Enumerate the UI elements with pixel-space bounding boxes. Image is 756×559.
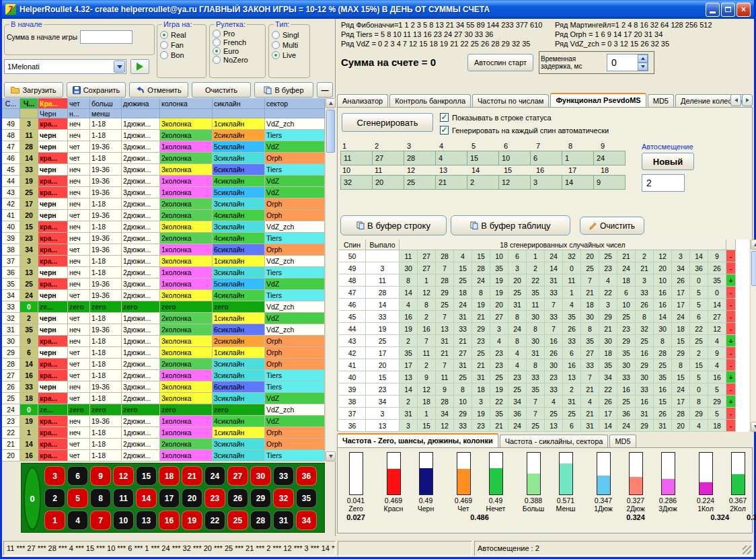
- history-row[interactable]: 373кра...неч1-181дюжи...3колонка1сиклайн…: [2, 256, 325, 267]
- tab-scroll-left-icon[interactable]: [730, 94, 741, 106]
- board-number-13[interactable]: 13: [136, 511, 157, 530]
- history-row[interactable]: 2319кра...неч19-362дюжи...1колонка4сикла…: [2, 416, 325, 427]
- history-row[interactable]: 4533черннеч19-363дюжи...3колонка6сиклайн…: [2, 164, 325, 176]
- title-bar[interactable]: 7 HelperRoullet 4.32- create helperroull…: [2, 0, 754, 19]
- board-number-16[interactable]: 16: [159, 511, 180, 530]
- clear-generated-button[interactable]: Очистить: [580, 217, 644, 235]
- history-row[interactable]: 4217черннеч1-182дюжи...2колонка3сиклайнO…: [2, 198, 325, 210]
- board-number-4[interactable]: 4: [67, 511, 88, 530]
- autoshift-input[interactable]: [642, 174, 685, 192]
- board-number-1[interactable]: 1: [44, 511, 65, 530]
- collapse-button[interactable]: —: [317, 82, 333, 98]
- checkbox-generate-each-spin[interactable]: ✓ Генерировать на каждый спин автоматиче…: [440, 126, 609, 135]
- results-row[interactable]: 4811812825241920223111741831026035+: [339, 274, 749, 287]
- history-row[interactable]: 4614кра...чет1-182дюжи...2колонка3сиклай…: [2, 153, 325, 164]
- results-row[interactable]: 39231412981819253533221221633162405-: [339, 383, 749, 396]
- history-row[interactable]: 2016кра...чет1-182дюжи...1колонка3сиклай…: [2, 450, 325, 461]
- history-row[interactable]: 2114кра...чет1-182дюжи...2колонка3сиклай…: [2, 439, 325, 450]
- history-row[interactable]: 3135черннеч19-363дюжи...2колонка6сиклайн…: [2, 324, 325, 336]
- toolbar-button-copy[interactable]: В буфер: [254, 82, 313, 98]
- scroll-track[interactable]: [751, 250, 756, 422]
- radio-type-singl[interactable]: Singl: [272, 31, 307, 39]
- toolbar-button-[interactable]: Очистить: [192, 82, 251, 98]
- history-row[interactable]: 2716кра...чет1-182дюжи...1колонка3сиклай…: [2, 370, 325, 381]
- tab-md5[interactable]: MD5: [648, 94, 674, 108]
- board-number-31[interactable]: 31: [273, 511, 294, 530]
- history-row[interactable]: 493кра...неч1-181дюжи...3колонка1сиклайн…: [2, 118, 325, 130]
- maximize-button[interactable]: [721, 3, 735, 17]
- tab-scroll-right-icon[interactable]: [742, 94, 753, 106]
- spinner-down-icon[interactable]: [638, 63, 648, 71]
- history-row[interactable]: 4015кра...неч1-182дюжи...3колонка3сиклай…: [2, 221, 325, 233]
- board-number-34[interactable]: 34: [296, 511, 317, 530]
- board-number-15[interactable]: 15: [136, 466, 157, 486]
- board-number-26[interactable]: 26: [227, 488, 248, 508]
- copy-row-button[interactable]: В буфер строку: [340, 215, 447, 235]
- resize-grip[interactable]: [743, 546, 751, 554]
- toolbar-button-disk[interactable]: Сохранить: [67, 82, 126, 98]
- scroll-track[interactable]: [326, 108, 336, 451]
- freq-tab[interactable]: Частота - Zero, шансы, дюжины, колонки: [337, 433, 498, 448]
- start-sum-input[interactable]: [80, 30, 133, 44]
- scroll-up-icon[interactable]: [751, 239, 756, 250]
- board-number-29[interactable]: 29: [250, 488, 271, 508]
- tab-анализатор[interactable]: Анализатор: [337, 94, 388, 108]
- spinner-up-icon[interactable]: [638, 54, 648, 63]
- board-number-9[interactable]: 9: [90, 466, 111, 486]
- history-row[interactable]: 4728чернчет19-363дюжи...1колонка5сиклайн…: [2, 141, 325, 153]
- board-number-18[interactable]: 18: [159, 466, 180, 486]
- radio-roulette-pro[interactable]: Pro: [213, 30, 262, 38]
- new-button[interactable]: Новый: [642, 153, 694, 170]
- results-row[interactable]: 3834218281032234743142625161517829+: [339, 396, 749, 408]
- board-number-19[interactable]: 19: [182, 511, 202, 530]
- toolbar-button-undo[interactable]: Отменить: [129, 82, 188, 98]
- radio-game-bon[interactable]: Bon: [160, 51, 203, 59]
- history-row[interactable]: 3424чернчет19-362дюжи...3колонка4сиклайн…: [2, 290, 325, 301]
- history-row[interactable]: 2518кра...чет1-182дюжи...3колонка3сиклай…: [2, 393, 325, 404]
- scroll-down-icon[interactable]: [751, 422, 756, 432]
- results-row[interactable]: 45331627312127830333530292581424627-: [339, 311, 749, 323]
- history-row[interactable]: 322чернчет1-181дюжи...2колонка1сиклайнVd…: [2, 313, 325, 324]
- board-number-11[interactable]: 11: [113, 488, 134, 508]
- history-row[interactable]: 3834кра...чет19-363дюжи...1колонка6сикла…: [2, 244, 325, 256]
- results-row[interactable]: 4325273121234830163335302925815254+: [339, 335, 749, 347]
- history-row[interactable]: 4120чернчет19-362дюжи...2колонка4сиклайн…: [2, 210, 325, 221]
- scroll-thumb[interactable]: [751, 251, 756, 286]
- tab-функционал-psevdoms[interactable]: Функционал PsevdoMS: [550, 93, 646, 108]
- board-number-0[interactable]: 0: [24, 467, 41, 530]
- results-scrollbar[interactable]: [750, 239, 756, 432]
- board-number-30[interactable]: 30: [250, 466, 271, 486]
- results-row[interactable]: 50112728415106124322025212123149-: [339, 250, 749, 262]
- results-row[interactable]: 4120172731212348301633353029258154-: [339, 359, 749, 371]
- history-row[interactable]: 2814кра...чет1-182дюжи...2колонка3сиклай…: [2, 359, 325, 370]
- board-number-21[interactable]: 21: [182, 466, 202, 486]
- history-row[interactable]: 3525кра...неч19-363дюжи...1колонка5сикла…: [2, 278, 325, 290]
- results-row[interactable]: 3613315123323212425136311424293120418-: [339, 420, 749, 432]
- toolbar-button-folder[interactable]: Загрузить: [4, 82, 63, 98]
- play-button[interactable]: [130, 59, 149, 74]
- generate-button[interactable]: Сгенерировать: [342, 113, 433, 132]
- tab-частоты-по-числам[interactable]: Частоты по числам: [472, 94, 549, 108]
- board-number-5[interactable]: 5: [67, 488, 88, 508]
- copy-table-button[interactable]: В буфер таблицу: [451, 215, 570, 235]
- freq-tab[interactable]: Частота - сиклайны, сектора: [500, 435, 609, 448]
- checkbox-show-status[interactable]: ✓ Показывать в строке статуса: [440, 113, 552, 122]
- history-row[interactable]: 3613черннеч1-182дюжи...1колонка3сиклайнT…: [2, 267, 325, 278]
- board-number-12[interactable]: 12: [113, 466, 134, 486]
- history-row[interactable]: 240ze...zerozerozerozerozeroVdZ_zch: [2, 404, 325, 416]
- board-number-24[interactable]: 24: [204, 466, 225, 486]
- tab-контроль-банкролла[interactable]: Контроль банкролла: [389, 94, 471, 108]
- board-number-2[interactable]: 2: [44, 488, 65, 508]
- radio-type-live[interactable]: Live: [272, 51, 307, 59]
- radio-game-real[interactable]: Real: [160, 31, 203, 39]
- results-row[interactable]: 373311342919353672525211736312628295-: [339, 408, 749, 420]
- scroll-up-icon[interactable]: [326, 98, 336, 108]
- history-row[interactable]: 330ze...zerozerozerozerozeroVdZ_zch: [2, 301, 325, 313]
- history-row[interactable]: 4811черннеч1-181дюжи...2колонка2сиклайнT…: [2, 130, 325, 141]
- history-scrollbar[interactable]: [325, 98, 336, 461]
- results-row[interactable]: 49330277152835321402523242120343626-: [339, 262, 749, 274]
- radio-roulette-french[interactable]: French: [213, 38, 262, 46]
- history-row[interactable]: 4325кра...неч19-363дюжи...1колонка5сикла…: [2, 187, 325, 198]
- results-row[interactable]: 4614482524192031117418310261617514-: [339, 299, 749, 311]
- board-number-25[interactable]: 25: [227, 511, 248, 530]
